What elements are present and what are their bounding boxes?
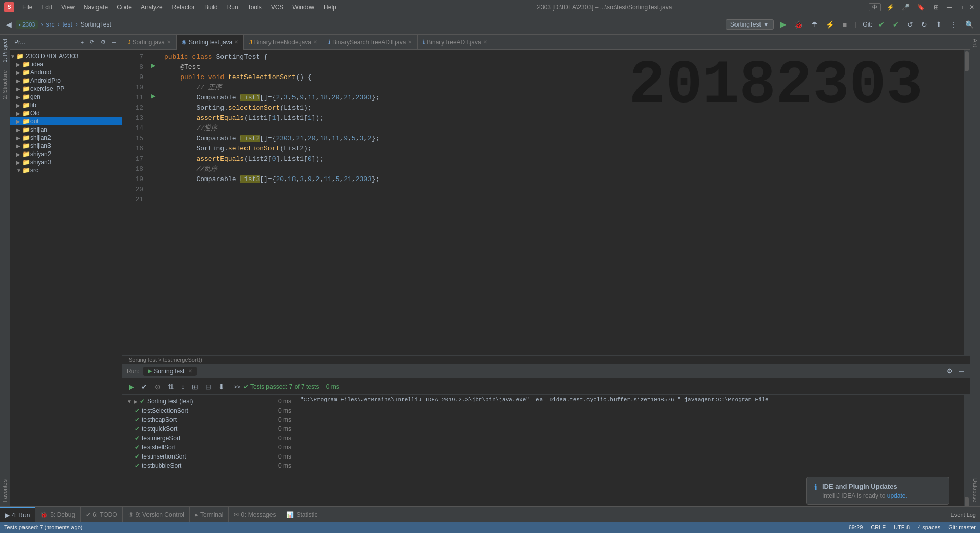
tree-item-gen[interactable]: ▶ 📁 gen [10,93,122,101]
event-log-link[interactable]: Event Log [950,512,976,518]
git-forward-button[interactable]: ↻ [919,18,929,31]
sort-button[interactable]: ⇅ [166,380,176,393]
tree-item-lib[interactable]: ▶ 📁 lib [10,101,122,109]
cursor-position[interactable]: 69:29 [849,524,863,530]
search-button[interactable]: 🔍 [963,18,976,31]
run-gutter-icon[interactable]: ▶ [151,62,155,72]
tree-item-idea[interactable]: ▶ 📁 .idea [10,60,122,68]
tree-item-old[interactable]: ▶ 📁 Old [10,109,122,117]
bottom-tab-todo[interactable]: ✔ 6: TODO [81,507,123,522]
tab-close-button[interactable]: ✕ [483,39,487,45]
tree-item-src[interactable]: ▼ 📁 src [10,166,122,174]
run-test-row[interactable]: ✔ testheapSort 0 ms [122,415,296,424]
scroll-to-bottom-button[interactable]: ⬇ [216,380,227,393]
bottom-tab-messages[interactable]: ✉ 0: Messages [229,507,281,522]
bookmark-icon[interactable]: 🔖 [915,3,927,11]
sort-alpha-button[interactable]: ↕ [179,380,187,393]
sidebar-item-favorites[interactable]: Favorites [0,475,10,506]
run-test-row[interactable]: ✔ testquickSort 0 ms [122,424,296,434]
mic-icon[interactable]: 🎤 [899,3,912,11]
maximize-button[interactable]: □ [957,3,965,11]
run-scrollbar[interactable] [964,395,970,506]
run-test-row[interactable]: ✔ testSelectionSort 0 ms [122,406,296,415]
tab-close-button[interactable]: ✕ [408,39,412,45]
debug-button[interactable]: 🐞 [792,18,805,31]
menu-edit[interactable]: Edit [37,3,56,12]
git-branch[interactable]: Git: master [948,524,976,530]
run-config-selector[interactable]: SortingTest ▼ [726,19,774,30]
tab-close-button[interactable]: ✕ [313,39,317,45]
menu-file[interactable]: File [18,3,36,12]
menu-view[interactable]: View [57,3,79,12]
code-editor[interactable]: 7 8 9 10 11 12 13 14 15 16 17 18 19 20 2… [122,50,970,355]
tab-binarytreenode[interactable]: J BinaryTreeNode.java ✕ [244,35,323,50]
sync-button[interactable]: ⟳ [88,37,96,47]
run-test-row[interactable]: ✔ testbubbleSort 0 ms [122,461,296,470]
tree-item-shijian2[interactable]: ▶ 📁 shijian2 [10,134,122,142]
back-button[interactable]: ◀ [4,18,14,31]
rerun-failed-button[interactable]: ✔ [139,380,150,393]
panel-settings-button[interactable]: ⚙ [99,37,108,47]
notification-update-link[interactable]: update. [887,492,908,499]
sidebar-item-database[interactable]: Database [971,474,980,506]
tree-item-shiyan2[interactable]: ▶ 📁 shiyan2 [10,150,122,158]
tab-sortingtest[interactable]: ◉ SortingTest.java ✕ [177,35,244,50]
sidebar-item-project[interactable]: 1: Project [0,35,10,66]
tree-item-root[interactable]: ▼ 📁 2303 D:\IDEA\2303 [10,52,122,60]
tree-item-android[interactable]: ▶ 📁 Android [10,68,122,77]
run-tab-close-button[interactable]: ✕ [188,368,192,374]
collapse-all-button[interactable]: ⊟ [203,380,213,393]
menu-vcs[interactable]: VCS [267,3,288,12]
menu-help[interactable]: Help [320,3,340,12]
tab-sorting[interactable]: J Sorting.java ✕ [122,35,177,50]
git-push-button[interactable]: ⬆ [934,18,944,31]
menu-build[interactable]: Build [200,3,222,12]
run-test-row[interactable]: ✔ testinsertionSort 0 ms [122,452,296,461]
new-file-button[interactable]: + [79,37,86,47]
stop-button[interactable]: ■ [841,18,849,31]
sidebar-item-ant[interactable]: Ant [971,35,980,52]
bottom-tab-vcs[interactable]: ⑨ 9: Version Control [123,507,190,522]
run-tab[interactable]: ▶ SortingTest ✕ [143,367,197,376]
bottom-tab-statistic[interactable]: 📊 Statistic [281,507,323,522]
run-test-row[interactable]: ✔ testmergeSort 0 ms [122,434,296,443]
tree-item-out[interactable]: ▶ 📁 out [10,117,122,125]
code-content[interactable]: 20182303 public class SortingTest { @Tes… [158,50,964,355]
tree-item-shijian3[interactable]: ▶ 📁 shijian3 [10,142,122,150]
apps-icon[interactable]: ⊞ [930,3,942,11]
run-with-coverage-button[interactable]: ☂ [809,18,820,31]
menu-run[interactable]: Run [223,3,242,12]
menu-code[interactable]: Code [113,3,136,12]
tab-binarytreeadt[interactable]: ℹ BinaryTreeADT.java ✕ [418,35,493,50]
sidebar-item-structure[interactable]: 2: Structure [0,66,10,104]
tab-close-button[interactable]: ✕ [167,39,171,45]
profile-button[interactable]: ⚡ [824,18,837,31]
line-endings[interactable]: CRLF [871,524,886,530]
stop-run-button[interactable]: ⊙ [153,380,163,393]
menu-navigate[interactable]: Navigate [80,3,112,12]
panel-close-button[interactable]: ─ [110,37,118,47]
bottom-tab-debug[interactable]: 🐞 5: Debug [35,507,81,522]
tree-item-shijian[interactable]: ▶ 📁 shijian [10,125,122,134]
tab-close-button[interactable]: ✕ [234,39,238,45]
bottom-tab-terminal[interactable]: ▸ Terminal [190,507,229,522]
bottom-tab-run[interactable]: ▶ 4: Run [0,507,35,522]
indent-setting[interactable]: 4 spaces [918,524,940,530]
tab-binarysearchadt[interactable]: ℹ BinarySearchTreeADT.java ✕ [323,35,418,50]
run-button[interactable]: ▶ [778,17,788,31]
editor-scrollbar[interactable] [964,50,970,355]
breadcrumb-file[interactable]: SortingTest [81,21,111,28]
expand-all-button[interactable]: ⊞ [190,380,200,393]
git-checkmark1[interactable]: ✔ [876,18,887,31]
menu-analyze[interactable]: Analyze [137,3,167,12]
menu-tools[interactable]: Tools [243,3,266,12]
tree-item-androidpro[interactable]: ▶ 📁 AndroidPro [10,77,122,85]
menu-refactor[interactable]: Refactor [168,3,199,12]
git-more-button[interactable]: ⋮ [948,18,959,31]
run-test-row[interactable]: ✔ testshellSort 0 ms [122,443,296,452]
tree-item-exercise[interactable]: ▶ 📁 exercise_PP [10,85,122,93]
charset[interactable]: UTF-8 [894,524,910,530]
git-checkmark2[interactable]: ✔ [891,18,901,31]
settings-button[interactable]: ⚙ [945,365,955,377]
close-button[interactable]: ✕ [968,3,976,11]
